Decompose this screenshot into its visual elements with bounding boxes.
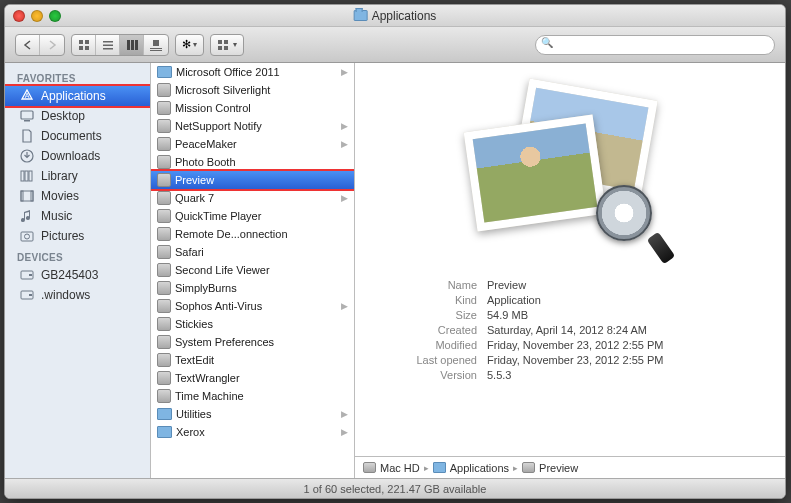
- sidebar-header-favorites: FAVORITES: [5, 67, 150, 86]
- sidebar-item-applications[interactable]: A Applications: [5, 86, 150, 106]
- app-icon: [157, 155, 171, 169]
- svg-text:A: A: [25, 92, 30, 99]
- app-icon: [157, 281, 171, 295]
- forward-button[interactable]: [40, 35, 64, 55]
- app-icon: [157, 227, 171, 241]
- svg-rect-16: [224, 46, 228, 50]
- svg-rect-7: [127, 40, 130, 50]
- view-coverflow-button[interactable]: [144, 35, 168, 55]
- minimize-icon[interactable]: [31, 10, 43, 22]
- folder-icon: [433, 462, 446, 473]
- view-buttons: [71, 34, 169, 56]
- list-item[interactable]: Microsoft Silverlight: [151, 81, 354, 99]
- app-icon: [157, 209, 171, 223]
- sidebar-item-music[interactable]: Music: [5, 206, 150, 226]
- list-item[interactable]: Quark 7▶: [151, 189, 354, 207]
- list-item[interactable]: PeaceMaker▶: [151, 135, 354, 153]
- meta-value-kind: Application: [487, 294, 763, 306]
- svg-rect-6: [103, 48, 113, 50]
- app-icon: [157, 119, 171, 133]
- list-item[interactable]: SimplyBurns: [151, 279, 354, 297]
- svg-rect-4: [103, 41, 113, 43]
- sidebar-item-downloads[interactable]: Downloads: [5, 146, 150, 166]
- list-item-label: Mission Control: [175, 102, 251, 114]
- app-icon: [157, 299, 171, 313]
- svg-rect-27: [21, 232, 33, 241]
- close-icon[interactable]: [13, 10, 25, 22]
- list-item[interactable]: Remote De...onnection: [151, 225, 354, 243]
- list-item[interactable]: Safari: [151, 243, 354, 261]
- list-item-label: Utilities: [176, 408, 211, 420]
- sidebar-item-disk-b[interactable]: .windows: [5, 285, 150, 305]
- list-item[interactable]: Mission Control: [151, 99, 354, 117]
- list-item-label: System Preferences: [175, 336, 274, 348]
- list-item[interactable]: NetSupport Notify▶: [151, 117, 354, 135]
- list-item[interactable]: TextEdit: [151, 351, 354, 369]
- path-segment[interactable]: Applications: [450, 462, 509, 474]
- view-list-button[interactable]: [96, 35, 120, 55]
- list-item[interactable]: Photo Booth: [151, 153, 354, 171]
- sidebar-item-label: Pictures: [41, 229, 84, 243]
- window-title: Applications: [354, 9, 437, 23]
- disk-icon: [19, 268, 35, 282]
- view-icon-button[interactable]: [72, 35, 96, 55]
- list-item[interactable]: Microsoft Office 2011▶: [151, 63, 354, 81]
- view-column-button[interactable]: [120, 35, 144, 55]
- list-item[interactable]: TextWrangler: [151, 369, 354, 387]
- zoom-icon[interactable]: [49, 10, 61, 22]
- back-button[interactable]: [16, 35, 40, 55]
- preview-app-icon: [460, 89, 680, 259]
- sidebar-item-label: .windows: [41, 288, 90, 302]
- list-item[interactable]: Stickies: [151, 315, 354, 333]
- sidebar: FAVORITES A Applications Desktop Documen…: [5, 63, 151, 478]
- detail-pane: NamePreview KindApplication Size54.9 MB …: [355, 63, 785, 478]
- arrange-menu-button[interactable]: ▾: [210, 34, 244, 56]
- list-item-label: Sophos Anti-Virus: [175, 300, 262, 312]
- list-item[interactable]: Preview: [151, 171, 354, 189]
- svg-rect-10: [153, 40, 159, 46]
- documents-icon: [19, 129, 35, 143]
- sidebar-item-disk-a[interactable]: GB245403: [5, 265, 150, 285]
- list-item[interactable]: Second Life Viewer: [151, 261, 354, 279]
- chevron-right-icon: ▶: [341, 427, 350, 437]
- sidebar-item-label: Movies: [41, 189, 79, 203]
- svg-rect-11: [150, 48, 162, 49]
- chevron-right-icon: ▶: [341, 67, 350, 77]
- list-item[interactable]: Utilities▶: [151, 405, 354, 423]
- list-item[interactable]: Time Machine: [151, 387, 354, 405]
- sidebar-item-pictures[interactable]: Pictures: [5, 226, 150, 246]
- list-item[interactable]: System Preferences: [151, 333, 354, 351]
- metadata-table: NamePreview KindApplication Size54.9 MB …: [365, 279, 775, 381]
- desktop-icon: [19, 109, 35, 123]
- sidebar-item-label: Desktop: [41, 109, 85, 123]
- list-item-label: Microsoft Silverlight: [175, 84, 270, 96]
- svg-rect-15: [218, 46, 222, 50]
- titlebar: Applications: [5, 5, 785, 27]
- column-list[interactable]: Microsoft Office 2011▶Microsoft Silverli…: [151, 63, 355, 478]
- list-item[interactable]: Sophos Anti-Virus▶: [151, 297, 354, 315]
- chevron-right-icon: ▶: [341, 121, 350, 131]
- list-item-label: Xerox: [176, 426, 205, 438]
- svg-rect-0: [79, 40, 83, 44]
- sidebar-item-library[interactable]: Library: [5, 166, 150, 186]
- list-item[interactable]: QuickTime Player: [151, 207, 354, 225]
- sidebar-item-label: GB245403: [41, 268, 98, 282]
- search-input[interactable]: [535, 35, 775, 55]
- downloads-icon: [19, 149, 35, 163]
- path-segment[interactable]: Preview: [539, 462, 578, 474]
- meta-label: Size: [377, 309, 477, 321]
- path-segment[interactable]: Mac HD: [380, 462, 420, 474]
- sidebar-item-label: Documents: [41, 129, 102, 143]
- sidebar-item-movies[interactable]: Movies: [5, 186, 150, 206]
- meta-label: Modified: [377, 339, 477, 351]
- movies-icon: [19, 189, 35, 203]
- sidebar-item-documents[interactable]: Documents: [5, 126, 150, 146]
- svg-point-28: [25, 234, 30, 239]
- sidebar-item-desktop[interactable]: Desktop: [5, 106, 150, 126]
- app-icon: [157, 371, 171, 385]
- action-menu-button[interactable]: ✻▾: [175, 34, 204, 56]
- folder-icon: [354, 10, 368, 21]
- list-item[interactable]: Xerox▶: [151, 423, 354, 441]
- svg-rect-3: [85, 46, 89, 50]
- list-item-label: Second Life Viewer: [175, 264, 270, 276]
